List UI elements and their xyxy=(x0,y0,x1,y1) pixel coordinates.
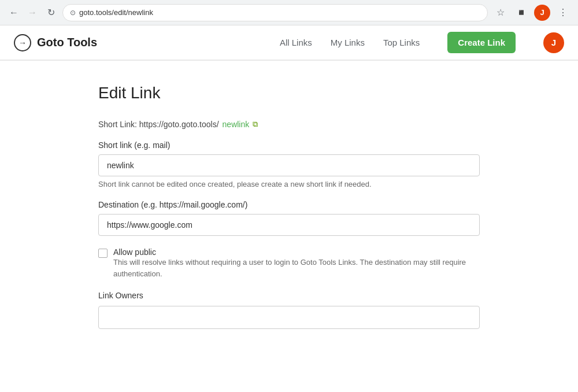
link-owners-group: Link Owners xyxy=(98,291,480,329)
nav-links: All Links My Links Top Links Create Link… xyxy=(280,32,564,53)
logo-text: Goto Tools xyxy=(37,36,97,49)
allow-public-row: Allow public This will resolve links wit… xyxy=(98,247,480,279)
allow-public-label-area: Allow public This will resolve links wit… xyxy=(113,247,480,279)
reload-button[interactable]: ↻ xyxy=(44,6,58,20)
allow-public-checkbox[interactable] xyxy=(98,249,108,258)
extensions-button[interactable]: ◾ xyxy=(513,5,529,21)
allow-public-description: This will resolve links without requirin… xyxy=(113,258,466,278)
allow-public-label: Allow public xyxy=(113,247,480,257)
short-link-slug: newlink xyxy=(223,120,250,129)
browser-chrome: ← → ↻ ⊙ goto.tools/edit/newlink ☆ ◾ J ⋮ xyxy=(0,0,578,25)
destination-label: Destination (e.g. https://mail.google.co… xyxy=(98,200,480,209)
short-link-display: Short Link: https://goto.goto.tools/ new… xyxy=(98,120,480,129)
link-owners-input-area[interactable] xyxy=(98,306,480,329)
short-link-label: Short link (e.g. mail) xyxy=(98,140,480,150)
copy-icon[interactable]: ⧉ xyxy=(253,120,258,129)
logo-area: → Goto Tools xyxy=(14,34,97,51)
back-button[interactable]: ← xyxy=(7,6,21,20)
url-text: goto.tools/edit/newlink xyxy=(79,8,480,17)
destination-field-group: Destination (e.g. https://mail.google.co… xyxy=(98,200,480,236)
nav-my-links[interactable]: My Links xyxy=(331,38,365,47)
short-link-hint: Short link cannot be edited once created… xyxy=(98,180,480,188)
main-content: Edit Link Short Link: https://goto.goto.… xyxy=(87,61,491,364)
logo-icon: → xyxy=(14,34,31,51)
address-bar[interactable]: ⊙ goto.tools/edit/newlink xyxy=(62,4,488,21)
site-icon: ⊙ xyxy=(70,9,76,17)
page-title: Edit Link xyxy=(98,84,480,102)
short-link-prefix: Short Link: https://goto.goto.tools/ xyxy=(98,120,219,129)
forward-button[interactable]: → xyxy=(25,6,39,20)
user-avatar[interactable]: J xyxy=(543,32,564,53)
app-header: → Goto Tools All Links My Links Top Link… xyxy=(0,25,578,60)
nav-top-links[interactable]: Top Links xyxy=(383,38,420,47)
bookmark-button[interactable]: ☆ xyxy=(492,5,509,21)
short-link-input[interactable] xyxy=(98,154,480,176)
short-link-field-group: Short link (e.g. mail) Short link cannot… xyxy=(98,140,480,188)
destination-input[interactable] xyxy=(98,214,480,236)
browser-profile-avatar[interactable]: J xyxy=(534,5,550,21)
create-link-button[interactable]: Create Link xyxy=(447,32,516,53)
app-container: → Goto Tools All Links My Links Top Link… xyxy=(0,25,578,392)
nav-all-links[interactable]: All Links xyxy=(280,38,312,47)
link-owners-label: Link Owners xyxy=(98,291,480,300)
menu-button[interactable]: ⋮ xyxy=(555,5,571,21)
